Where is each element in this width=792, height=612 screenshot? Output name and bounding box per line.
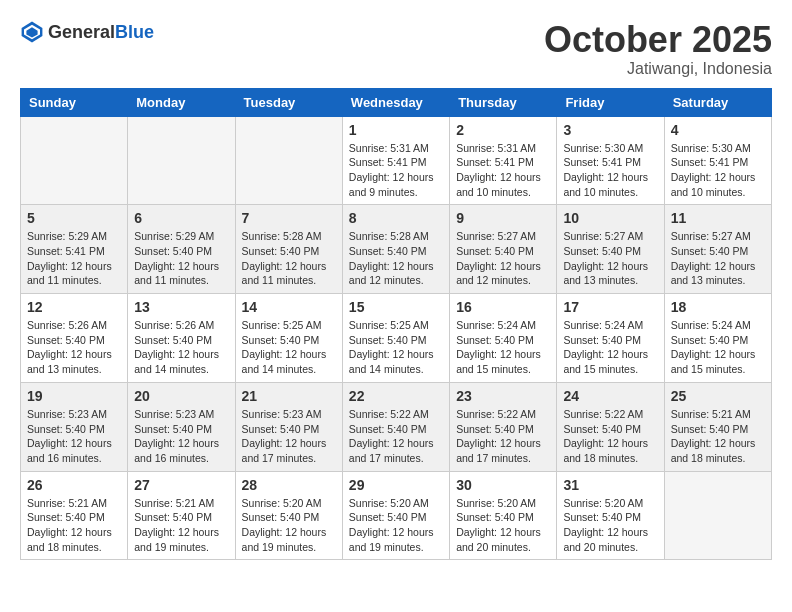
calendar-cell: 3Sunrise: 5:30 AMSunset: 5:41 PMDaylight… <box>557 116 664 205</box>
calendar-cell: 8Sunrise: 5:28 AMSunset: 5:40 PMDaylight… <box>342 205 449 294</box>
day-number: 2 <box>456 122 550 138</box>
day-header-saturday: Saturday <box>664 88 771 116</box>
calendar-cell: 23Sunrise: 5:22 AMSunset: 5:40 PMDayligh… <box>450 382 557 471</box>
calendar-cell: 28Sunrise: 5:20 AMSunset: 5:40 PMDayligh… <box>235 471 342 560</box>
day-header-thursday: Thursday <box>450 88 557 116</box>
day-number: 19 <box>27 388 121 404</box>
calendar-cell: 17Sunrise: 5:24 AMSunset: 5:40 PMDayligh… <box>557 294 664 383</box>
cell-info: Sunrise: 5:24 AMSunset: 5:40 PMDaylight:… <box>456 318 550 377</box>
calendar-cell: 15Sunrise: 5:25 AMSunset: 5:40 PMDayligh… <box>342 294 449 383</box>
day-number: 25 <box>671 388 765 404</box>
day-number: 13 <box>134 299 228 315</box>
logo-text-blue: Blue <box>115 22 154 42</box>
day-number: 16 <box>456 299 550 315</box>
calendar-cell: 29Sunrise: 5:20 AMSunset: 5:40 PMDayligh… <box>342 471 449 560</box>
cell-info: Sunrise: 5:22 AMSunset: 5:40 PMDaylight:… <box>456 407 550 466</box>
logo-text-general: General <box>48 22 115 42</box>
day-number: 30 <box>456 477 550 493</box>
day-number: 24 <box>563 388 657 404</box>
cell-info: Sunrise: 5:27 AMSunset: 5:40 PMDaylight:… <box>563 229 657 288</box>
calendar-cell: 2Sunrise: 5:31 AMSunset: 5:41 PMDaylight… <box>450 116 557 205</box>
calendar-cell: 22Sunrise: 5:22 AMSunset: 5:40 PMDayligh… <box>342 382 449 471</box>
cell-info: Sunrise: 5:21 AMSunset: 5:40 PMDaylight:… <box>27 496 121 555</box>
day-number: 20 <box>134 388 228 404</box>
cell-info: Sunrise: 5:29 AMSunset: 5:41 PMDaylight:… <box>27 229 121 288</box>
day-number: 8 <box>349 210 443 226</box>
cell-info: Sunrise: 5:22 AMSunset: 5:40 PMDaylight:… <box>563 407 657 466</box>
cell-info: Sunrise: 5:26 AMSunset: 5:40 PMDaylight:… <box>134 318 228 377</box>
cell-info: Sunrise: 5:27 AMSunset: 5:40 PMDaylight:… <box>456 229 550 288</box>
calendar-cell: 26Sunrise: 5:21 AMSunset: 5:40 PMDayligh… <box>21 471 128 560</box>
calendar-cell <box>664 471 771 560</box>
day-number: 15 <box>349 299 443 315</box>
cell-info: Sunrise: 5:22 AMSunset: 5:40 PMDaylight:… <box>349 407 443 466</box>
calendar-row: 26Sunrise: 5:21 AMSunset: 5:40 PMDayligh… <box>21 471 772 560</box>
calendar-cell: 21Sunrise: 5:23 AMSunset: 5:40 PMDayligh… <box>235 382 342 471</box>
calendar-cell: 4Sunrise: 5:30 AMSunset: 5:41 PMDaylight… <box>664 116 771 205</box>
cell-info: Sunrise: 5:20 AMSunset: 5:40 PMDaylight:… <box>563 496 657 555</box>
calendar-cell: 14Sunrise: 5:25 AMSunset: 5:40 PMDayligh… <box>235 294 342 383</box>
cell-info: Sunrise: 5:23 AMSunset: 5:40 PMDaylight:… <box>27 407 121 466</box>
day-number: 27 <box>134 477 228 493</box>
calendar-row: 12Sunrise: 5:26 AMSunset: 5:40 PMDayligh… <box>21 294 772 383</box>
day-header-wednesday: Wednesday <box>342 88 449 116</box>
calendar-cell: 30Sunrise: 5:20 AMSunset: 5:40 PMDayligh… <box>450 471 557 560</box>
calendar-cell: 9Sunrise: 5:27 AMSunset: 5:40 PMDaylight… <box>450 205 557 294</box>
day-number: 21 <box>242 388 336 404</box>
calendar-cell: 18Sunrise: 5:24 AMSunset: 5:40 PMDayligh… <box>664 294 771 383</box>
logo: GeneralBlue <box>20 20 154 44</box>
day-number: 23 <box>456 388 550 404</box>
cell-info: Sunrise: 5:23 AMSunset: 5:40 PMDaylight:… <box>134 407 228 466</box>
cell-info: Sunrise: 5:20 AMSunset: 5:40 PMDaylight:… <box>349 496 443 555</box>
cell-info: Sunrise: 5:23 AMSunset: 5:40 PMDaylight:… <box>242 407 336 466</box>
day-number: 18 <box>671 299 765 315</box>
cell-info: Sunrise: 5:27 AMSunset: 5:40 PMDaylight:… <box>671 229 765 288</box>
day-number: 4 <box>671 122 765 138</box>
day-number: 26 <box>27 477 121 493</box>
cell-info: Sunrise: 5:21 AMSunset: 5:40 PMDaylight:… <box>671 407 765 466</box>
calendar-cell <box>128 116 235 205</box>
month-title: October 2025 <box>544 20 772 60</box>
title-block: October 2025 Jatiwangi, Indonesia <box>544 20 772 78</box>
cell-info: Sunrise: 5:30 AMSunset: 5:41 PMDaylight:… <box>563 141 657 200</box>
calendar-cell: 19Sunrise: 5:23 AMSunset: 5:40 PMDayligh… <box>21 382 128 471</box>
cell-info: Sunrise: 5:24 AMSunset: 5:40 PMDaylight:… <box>671 318 765 377</box>
day-number: 5 <box>27 210 121 226</box>
cell-info: Sunrise: 5:21 AMSunset: 5:40 PMDaylight:… <box>134 496 228 555</box>
day-number: 14 <box>242 299 336 315</box>
cell-info: Sunrise: 5:31 AMSunset: 5:41 PMDaylight:… <box>456 141 550 200</box>
calendar: SundayMondayTuesdayWednesdayThursdayFrid… <box>20 88 772 561</box>
calendar-cell: 27Sunrise: 5:21 AMSunset: 5:40 PMDayligh… <box>128 471 235 560</box>
day-number: 6 <box>134 210 228 226</box>
cell-info: Sunrise: 5:25 AMSunset: 5:40 PMDaylight:… <box>349 318 443 377</box>
cell-info: Sunrise: 5:20 AMSunset: 5:40 PMDaylight:… <box>242 496 336 555</box>
cell-info: Sunrise: 5:28 AMSunset: 5:40 PMDaylight:… <box>349 229 443 288</box>
calendar-cell: 31Sunrise: 5:20 AMSunset: 5:40 PMDayligh… <box>557 471 664 560</box>
cell-info: Sunrise: 5:30 AMSunset: 5:41 PMDaylight:… <box>671 141 765 200</box>
cell-info: Sunrise: 5:25 AMSunset: 5:40 PMDaylight:… <box>242 318 336 377</box>
day-number: 12 <box>27 299 121 315</box>
day-header-sunday: Sunday <box>21 88 128 116</box>
calendar-cell: 5Sunrise: 5:29 AMSunset: 5:41 PMDaylight… <box>21 205 128 294</box>
cell-info: Sunrise: 5:29 AMSunset: 5:40 PMDaylight:… <box>134 229 228 288</box>
page-header: GeneralBlue October 2025 Jatiwangi, Indo… <box>20 20 772 78</box>
calendar-row: 19Sunrise: 5:23 AMSunset: 5:40 PMDayligh… <box>21 382 772 471</box>
calendar-cell: 20Sunrise: 5:23 AMSunset: 5:40 PMDayligh… <box>128 382 235 471</box>
calendar-cell: 10Sunrise: 5:27 AMSunset: 5:40 PMDayligh… <box>557 205 664 294</box>
location: Jatiwangi, Indonesia <box>544 60 772 78</box>
logo-icon <box>20 20 44 44</box>
day-number: 22 <box>349 388 443 404</box>
calendar-cell: 6Sunrise: 5:29 AMSunset: 5:40 PMDaylight… <box>128 205 235 294</box>
day-number: 11 <box>671 210 765 226</box>
day-header-tuesday: Tuesday <box>235 88 342 116</box>
cell-info: Sunrise: 5:24 AMSunset: 5:40 PMDaylight:… <box>563 318 657 377</box>
day-header-friday: Friday <box>557 88 664 116</box>
day-number: 17 <box>563 299 657 315</box>
calendar-cell: 11Sunrise: 5:27 AMSunset: 5:40 PMDayligh… <box>664 205 771 294</box>
calendar-cell: 1Sunrise: 5:31 AMSunset: 5:41 PMDaylight… <box>342 116 449 205</box>
day-number: 7 <box>242 210 336 226</box>
cell-info: Sunrise: 5:26 AMSunset: 5:40 PMDaylight:… <box>27 318 121 377</box>
calendar-cell: 12Sunrise: 5:26 AMSunset: 5:40 PMDayligh… <box>21 294 128 383</box>
cell-info: Sunrise: 5:31 AMSunset: 5:41 PMDaylight:… <box>349 141 443 200</box>
calendar-cell: 25Sunrise: 5:21 AMSunset: 5:40 PMDayligh… <box>664 382 771 471</box>
